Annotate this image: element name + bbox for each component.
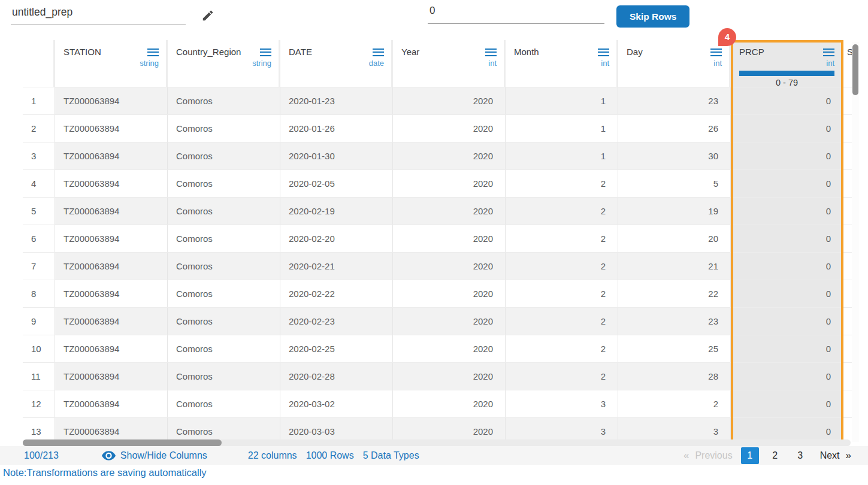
row-number-header: [23, 40, 55, 87]
status-bar: 100/213 Show/Hide Columns 22 columns 100…: [0, 446, 868, 465]
horizontal-scrollbar[interactable]: [23, 439, 851, 446]
cell-date: 2020-02-19: [280, 198, 393, 225]
page-button-2[interactable]: 2: [766, 447, 784, 464]
cell-month: 2: [506, 363, 618, 390]
data-types-count-label: 5 Data Types: [363, 450, 419, 461]
cell-prcp: 0: [731, 225, 843, 252]
columns-count-label: 22 columns: [248, 450, 297, 461]
vertical-scrollbar[interactable]: [852, 42, 859, 442]
cell-country: Comoros: [168, 225, 280, 252]
cell-prcp: 0: [731, 363, 843, 390]
cell-month: 3: [506, 390, 618, 417]
cell-day: 25: [618, 335, 731, 362]
cell-station: TZ000063894: [55, 390, 168, 417]
cell-date: 2020-02-22: [280, 280, 393, 307]
row-number: 12: [23, 390, 55, 417]
column-name: STATION: [63, 47, 101, 57]
column-menu-icon[interactable]: [710, 51, 722, 53]
table-row: 6TZ000063894Comoros2020-02-2020202200: [23, 225, 855, 252]
column-menu-icon[interactable]: [823, 51, 834, 53]
cell-station: TZ000063894: [55, 225, 168, 252]
cell-prcp: 0: [731, 308, 843, 335]
previous-page-button[interactable]: Previous: [695, 450, 732, 461]
eye-icon[interactable]: [102, 451, 116, 460]
column-type-label: date: [289, 59, 384, 68]
cell-day: 23: [618, 308, 731, 335]
cell-station: TZ000063894: [55, 363, 168, 390]
cell-country: Comoros: [168, 280, 280, 307]
column-type-label: int: [627, 59, 722, 68]
table-row: 7TZ000063894Comoros2020-02-2120202210: [23, 252, 855, 280]
cell-year: 2020: [393, 253, 506, 280]
next-page-button[interactable]: Next: [820, 450, 840, 461]
cell-year: 2020: [393, 390, 506, 417]
column-header-PRCP[interactable]: PRCPint0 - 79: [731, 40, 843, 87]
edit-pencil-icon[interactable]: [201, 9, 214, 22]
cell-date: 2020-02-21: [280, 253, 393, 280]
cell-country: Comoros: [168, 335, 280, 362]
cell-prcp: 0: [731, 143, 843, 169]
cell-month: 1: [506, 115, 618, 142]
skip-rows-input[interactable]: [428, 5, 604, 24]
column-menu-icon[interactable]: [373, 51, 384, 53]
annotation-badge: 4: [718, 28, 736, 46]
page-button-3[interactable]: 3: [791, 447, 809, 464]
vertical-scrollbar-thumb[interactable]: [852, 44, 858, 95]
next-page-arrow[interactable]: »: [846, 450, 851, 462]
column-menu-icon[interactable]: [485, 51, 497, 53]
data-grid: STATIONstringCountry_RegionstringDATEdat…: [23, 40, 855, 445]
cell-day: 22: [618, 280, 731, 307]
cell-year: 2020: [393, 280, 506, 307]
column-header-Year[interactable]: Yearint: [393, 40, 506, 87]
cell-year: 2020: [393, 198, 506, 225]
cell-date: 2020-02-28: [280, 363, 393, 390]
table-row: 2TZ000063894Comoros2020-01-2620201260: [23, 114, 855, 142]
column-menu-icon[interactable]: [598, 51, 609, 53]
table-row: 4TZ000063894Comoros2020-02-052020250: [23, 169, 855, 197]
skip-rows-button[interactable]: Skip Rows: [616, 5, 689, 28]
column-header-Country_Region[interactable]: Country_Regionstring: [168, 40, 280, 87]
column-header-STATION[interactable]: STATIONstring: [55, 40, 168, 87]
cell-station: TZ000063894: [55, 170, 168, 197]
cell-date: 2020-02-05: [280, 170, 393, 197]
horizontal-scrollbar-thumb[interactable]: [23, 439, 222, 446]
column-name: Month: [514, 47, 539, 57]
row-number: 3: [23, 143, 55, 169]
row-number: 4: [23, 170, 55, 197]
cell-prcp: 0: [731, 280, 843, 307]
row-number: 7: [23, 253, 55, 280]
cell-station: TZ000063894: [55, 280, 168, 307]
cell-month: 1: [506, 143, 618, 169]
prep-name-input[interactable]: [11, 6, 186, 25]
row-number: 5: [23, 198, 55, 225]
cell-station: TZ000063894: [55, 198, 168, 225]
autosave-note: Note:Transformations are saving automati…: [3, 467, 207, 478]
cell-country: Comoros: [168, 170, 280, 197]
cell-day: 28: [618, 363, 731, 390]
column-name: Year: [401, 47, 419, 57]
previous-page-arrow[interactable]: «: [683, 450, 689, 462]
cell-day: 19: [618, 198, 731, 225]
column-menu-icon[interactable]: [147, 51, 159, 53]
cell-date: 2020-02-23: [280, 308, 393, 335]
cell-day: 5: [618, 170, 731, 197]
cell-country: Comoros: [168, 115, 280, 142]
table-row: 12TZ000063894Comoros2020-03-022020320: [23, 390, 855, 417]
column-header-Month[interactable]: Monthint: [506, 40, 618, 87]
table-row: 5TZ000063894Comoros2020-02-1920202190: [23, 197, 855, 225]
column-name: DATE: [289, 47, 312, 57]
cell-year: 2020: [393, 115, 506, 142]
cell-year: 2020: [393, 335, 506, 362]
column-menu-icon[interactable]: [260, 51, 271, 53]
column-header-DATE[interactable]: DATEdate: [280, 40, 393, 87]
page-button-1[interactable]: 1: [741, 447, 759, 464]
cell-month: 2: [506, 308, 618, 335]
cell-station: TZ000063894: [55, 87, 168, 114]
cell-prcp: 0: [731, 87, 843, 114]
row-number: 1: [23, 87, 55, 114]
show-hide-columns-button[interactable]: Show/Hide Columns: [120, 450, 207, 461]
table-row: 11TZ000063894Comoros2020-02-2820202280: [23, 362, 855, 390]
column-header-Day[interactable]: Dayint: [618, 40, 731, 87]
cell-prcp: 0: [731, 253, 843, 280]
cell-day: 20: [618, 225, 731, 252]
